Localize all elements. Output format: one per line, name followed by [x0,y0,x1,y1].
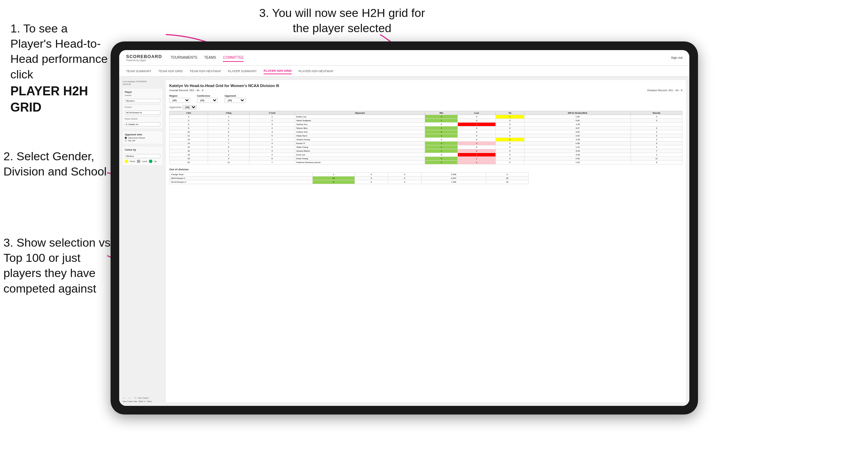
division-select[interactable]: NCAA Division III NCAA Division I NCAA D… [125,111,160,115]
th-loss: Loss [458,111,496,115]
toolbar-bottom: ↩ ← ↪ → 📋 View: Original Save Custom Vie… [123,397,162,402]
opponents-label: Opponents: (All) [169,105,682,109]
grid-records: Overall Record: 353 - 34 - 6 Division Re… [169,89,682,92]
radio-group: Opponents Played Top 100 [125,137,160,142]
sub-nav-player-heatmap[interactable]: PLAYER H2H HEATMAP [299,68,333,74]
table-row: 1946 Emily Chang 4 1 0 0.30 11 [170,157,682,161]
instruction-2: 2. Select Gender, Division and School [3,149,111,179]
grid-area: Katelyn Vo Head-to-Head Grid for Women's… [166,80,686,402]
table-row: 633 Sydney Kuo 0 1 0 -1.00 [170,123,682,126]
logo-sub: Powered by clippd [126,59,162,61]
legend-row: Down Level Up [125,160,160,163]
out-of-division-header: Out of division [169,168,682,171]
filters-row: Region (All) Conference (All) Opponent [169,95,682,103]
player-label: Player [125,91,160,93]
opponent-view-section: Opponent view Opponents Played Top 100 [123,131,162,144]
colour-select[interactable]: Win/loss [125,154,160,158]
toolbar-view-original[interactable]: View: Original [138,397,149,399]
radio-top100[interactable]: Top 100 [125,140,160,142]
radio-dot-opponents [125,137,127,139]
legend-level-label: Level [142,160,147,162]
th-div: # Div [170,111,208,115]
instruction-3-bottom: 3. Show selection vs Top 100 or just pla… [3,235,111,296]
th-rounds: Rounds [631,111,682,115]
nav-tournaments[interactable]: TOURNAMENTS [171,54,197,62]
table-row: 1311 Jessica Huang 0 0 2 -3.00 2 [170,138,682,142]
overall-record: Overall Record: 353 - 34 - 6 [169,89,204,92]
opponent-select[interactable]: (All) [225,98,245,103]
toolbar-save[interactable]: Save Custom View [123,400,137,402]
tablet-frame: SCOREBOARD Powered by clippd TOURNAMENTS… [111,41,698,414]
sub-nav-player-h2h[interactable]: PLAYER H2H GRID [264,68,292,74]
table-row: Foreign Team 1 0 0 4.500 2 [170,173,529,177]
sub-nav-player-summary[interactable]: PLAYER SUMMARY [228,68,257,74]
player-rank-label: Player (Rank) [125,118,160,120]
sidebar: Last Updated: 27/03/202416:55:38 Player … [123,80,162,402]
nav-items: TOURNAMENTS TEAMS COMMITTEE [171,54,671,62]
th-tie: Tie [496,111,524,115]
nav-committee[interactable]: COMMITTEE [223,54,244,62]
division-record: Division Record: 331 - 34 - 6 [648,89,682,92]
opponents-filter-select[interactable]: (All) [182,105,197,109]
grid-title: Katelyn Vo Head-to-Head Grid for Women's… [169,84,682,88]
legend-up-dot [149,160,152,163]
table-body: 311 Esther Lee 1 0 1 1.50 4 522 Alexis S… [170,115,682,164]
toolbar-copy[interactable]: 📋 [134,397,136,399]
region-select[interactable]: (All) [169,98,190,103]
opponent-view-label: Opponent view [125,133,160,136]
region-filter: Region (All) [169,95,190,103]
toolbar-redo[interactable]: ↪ [129,397,130,399]
table-row: 20117 Federica Domecq Lacroze 2 1 0 1.33… [170,161,682,164]
sub-navbar: TEAM SUMMARY TEAM H2H GRID TEAM H2H HEAT… [119,66,689,77]
out-of-division-table: Foreign Team 1 0 0 4.500 2 NAIA Division… [169,172,529,184]
table-row: NAIA Division 1 15 0 0 9.267 30 [170,177,529,180]
th-opponent: Opponent [295,111,425,115]
colour-section: Colour by Win/loss Down Level Up [123,146,162,165]
legend-up-label: Up [154,160,157,162]
table-row: 1125 Heejo Hyun 1 0 0 3.33 3 [170,134,682,138]
sub-nav-team-heatmap[interactable]: TEAM H2H HEATMAP [190,68,221,74]
table-row: 1613 Jessica Mason 1 2 0 -0.94 7 [170,149,682,153]
table-row: 522 Alexis Sudjianto 1 0 0 4.00 3 [170,119,682,123]
logo-text: SCOREBOARD [126,54,162,59]
gender-select[interactable]: Women's Men's [125,99,160,103]
toolbar-back[interactable]: ← [125,397,127,399]
main-content: Last Updated: 27/03/202416:55:38 Player … [119,77,689,406]
sub-nav-team-h2h[interactable]: TEAM H2H GRID [158,68,183,74]
nav-right: Sign out [671,56,682,59]
main-data-table: # Div # Reg # Conf Opponent Win Loss Tie… [169,111,682,164]
th-win: Win [425,111,458,115]
toolbar-undo[interactable]: ↩ [123,397,124,399]
radio-opponents-label: Opponents Played [128,137,145,139]
colour-label: Colour by [125,149,160,151]
toolbar-forward[interactable]: → [131,397,133,399]
th-conf: # Conf [249,111,295,115]
conference-filter: Conference (All) [197,95,218,103]
toolbar-share[interactable]: Share [147,400,151,402]
legend-down-label: Down [130,160,135,162]
toolbar-watch[interactable]: Watch ▼ [139,400,145,402]
navbar: SCOREBOARD Powered by clippd TOURNAMENTS… [119,50,689,66]
last-updated: Last Updated: 27/03/202416:55:38 [123,80,162,86]
table-row: 1585 Stella Cheng 1 0 0 1.25 4 [170,145,682,149]
player-section: Player Gender Women's Men's Division N [123,89,162,128]
table-row: NCAA Division 2 5 0 0 7.400 10 [170,180,529,184]
table-row: 914 Sharon Mun 1 0 0 3.67 3 [170,126,682,130]
sub-nav-team-summary[interactable]: TEAM SUMMARY [126,68,151,74]
radio-top100-label: Top 100 [128,140,135,142]
division-label: Division [125,106,160,108]
table-row: 1822 Euna Lee 0 1 0 -5.00 2 [170,153,682,157]
instruction-1: 1. To see a Player's Head-to-Head perfor… [10,21,111,115]
instruction-3-top: 3. You will now see H2H grid for the pla… [252,5,432,36]
sign-out-link[interactable]: Sign out [671,56,682,59]
player-rank-select[interactable]: 8. Katelyn Vo [125,122,160,126]
table-row: 1474 Eunice Yi 2 2 0 0.38 9 [170,142,682,145]
legend-level-dot [137,160,140,163]
th-reg: # Reg [208,111,249,115]
nav-teams[interactable]: TEAMS [204,54,216,62]
table-row: 1063 Andrea York 2 0 0 4.00 4 [170,130,682,134]
logo-area: SCOREBOARD Powered by clippd [126,54,162,61]
conference-select[interactable]: (All) [197,98,218,103]
radio-opponents-played[interactable]: Opponents Played [125,137,160,139]
gender-label: Gender [125,94,160,96]
